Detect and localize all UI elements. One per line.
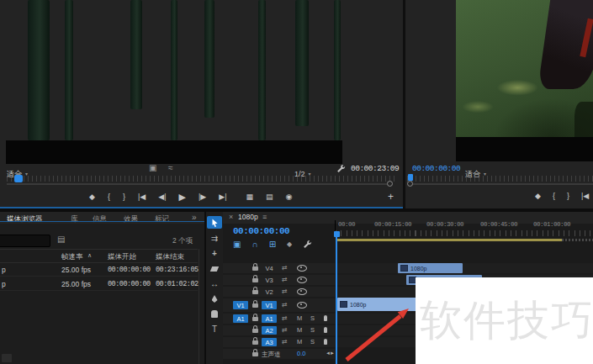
play-icon[interactable]: ▶ [178, 193, 185, 202]
table-row[interactable]: p 25.00 fps 00:00:00:00 00:23:16:05 [0, 262, 198, 277]
panel-corner-icon[interactable] [2, 354, 12, 362]
program-timecode[interactable]: 00:00:00:00 [412, 165, 460, 173]
lock-icon[interactable] [252, 266, 258, 271]
timeline-clip-upper[interactable]: 1080p [398, 263, 463, 273]
track-select-forward-tool[interactable]: ⇉ [207, 232, 222, 245]
tab-effects[interactable]: 效果 [124, 214, 138, 224]
step-forward-icon[interactable]: |▶ [199, 193, 206, 201]
voice-over-mic-icon[interactable] [324, 327, 327, 333]
tab-info[interactable]: 信息 [93, 214, 107, 224]
table-row[interactable]: p 25.00 fps 00:00:00:00 00:01:02:02 [0, 277, 198, 291]
lock-icon[interactable] [252, 329, 258, 333]
add-button-icon[interactable]: + [388, 192, 394, 202]
solo-button[interactable]: S [310, 327, 315, 334]
list-view-icon[interactable]: ▤ [57, 235, 65, 244]
program-scrollbar-handle-icon[interactable] [407, 181, 413, 187]
sync-lock-icon[interactable]: ⇄ [282, 327, 288, 334]
add-marker-icon[interactable]: ◆ [287, 241, 292, 248]
column-frame-rate[interactable]: 帧速率 [61, 252, 83, 262]
track-content-row[interactable] [335, 263, 593, 273]
sync-lock-icon[interactable]: ⇄ [282, 277, 288, 283]
add-marker-icon[interactable]: ◆ [535, 193, 541, 200]
source-video-preview[interactable] [6, 0, 342, 140]
work-area-bar[interactable] [336, 239, 562, 241]
razor-tool[interactable] [207, 262, 222, 275]
track-label-v3[interactable]: V3 [262, 276, 277, 284]
program-video-preview[interactable] [456, 0, 593, 137]
source-scrollbar-handle-icon[interactable] [387, 181, 393, 187]
overwrite-icon[interactable]: ▤ [266, 193, 273, 201]
mark-in-icon[interactable]: { [108, 193, 110, 201]
selection-tool[interactable] [207, 216, 222, 229]
track-label-a2[interactable]: A2 [262, 326, 277, 335]
track-label-v1[interactable]: V1 [262, 301, 277, 309]
tab-markers[interactable]: 标记 [155, 214, 169, 224]
pan-keyframe-icon[interactable]: ◄► [326, 351, 334, 356]
timeline-tab-label[interactable]: 1080p [238, 214, 258, 221]
sync-lock-icon[interactable]: ⇄ [282, 288, 288, 295]
source-patch-v1[interactable]: V1 [233, 301, 248, 309]
sync-lock-icon[interactable]: ⇄ [282, 339, 288, 346]
voice-over-mic-icon[interactable] [324, 315, 327, 321]
track-label-a1[interactable]: A1 [262, 314, 277, 323]
lock-icon[interactable] [252, 303, 258, 308]
column-media-start[interactable]: 媒体开始 [108, 252, 136, 262]
insert-icon[interactable]: ▦ [246, 193, 253, 201]
go-to-out-icon[interactable]: ▶| [219, 193, 226, 201]
sync-lock-icon[interactable]: ⇄ [282, 302, 288, 309]
source-timecode[interactable]: 00:00:23:09 [351, 165, 399, 173]
voice-over-mic-icon[interactable] [324, 339, 327, 345]
drag-video-icon[interactable]: ▣ [149, 164, 156, 172]
sync-lock-icon[interactable]: ⇄ [282, 315, 288, 322]
track-visibility-eye-icon[interactable] [297, 288, 307, 295]
track-visibility-eye-icon[interactable] [297, 277, 307, 283]
nest-insert-icon[interactable]: ▣ [233, 240, 241, 249]
close-icon[interactable]: × [229, 214, 233, 221]
mute-button[interactable]: M [297, 327, 302, 334]
step-back-icon[interactable]: ◀| [158, 193, 166, 201]
sort-ascending-icon[interactable]: ∧ [87, 252, 92, 258]
track-label-v4[interactable]: V4 [262, 264, 277, 272]
export-frame-icon[interactable]: ◉ [286, 193, 293, 201]
add-marker-icon[interactable]: ◆ [89, 193, 95, 201]
project-scrollbar[interactable] [199, 249, 199, 364]
go-to-in-icon[interactable]: |◀ [581, 193, 589, 200]
track-visibility-eye-icon[interactable] [297, 265, 307, 272]
solo-button[interactable]: S [310, 315, 315, 322]
lock-icon[interactable] [252, 317, 258, 321]
sync-lock-icon[interactable]: ⇄ [282, 265, 288, 272]
tab-libraries[interactable]: 库 [71, 214, 78, 224]
program-playhead-handle[interactable] [408, 174, 413, 181]
source-playhead-handle[interactable] [14, 175, 23, 182]
mute-button[interactable]: M [297, 315, 302, 322]
mark-in-icon[interactable]: { [553, 193, 555, 200]
pen-tool[interactable] [207, 293, 222, 305]
track-label-a3[interactable]: A3 [262, 338, 277, 346]
program-zoom-scrollbar[interactable] [412, 183, 593, 185]
lock-icon[interactable] [252, 352, 258, 356]
track-label-v2[interactable]: V2 [262, 288, 277, 296]
track-visibility-eye-icon[interactable] [297, 302, 307, 309]
lock-icon[interactable] [252, 340, 258, 345]
mute-button[interactable]: M [297, 339, 302, 346]
snap-magnet-icon[interactable]: ∩ [251, 240, 257, 249]
monitor-divider[interactable] [403, 0, 405, 209]
slip-tool[interactable]: ↔ [207, 277, 222, 290]
timeline-settings-wrench-icon[interactable] [303, 240, 312, 249]
timeline-ruler[interactable]: 00:00 00:00:15:00 00:00:30:00 00:00:45:0… [335, 220, 593, 236]
settings-wrench-icon[interactable] [336, 164, 346, 173]
solo-button[interactable]: S [310, 339, 315, 346]
timeline-timecode[interactable]: 00:00:00:00 [233, 226, 289, 236]
mark-out-icon[interactable]: } [123, 193, 125, 201]
lock-icon[interactable] [252, 290, 258, 294]
type-tool[interactable]: T [207, 323, 222, 335]
source-patch-a1[interactable]: A1 [233, 314, 248, 323]
lock-icon[interactable] [252, 278, 258, 282]
linked-selection-icon[interactable]: ⊞ [269, 240, 276, 249]
program-time-ruler[interactable] [407, 176, 593, 182]
master-level-value[interactable]: 0.0 [297, 351, 305, 357]
go-to-in-icon[interactable]: |◀ [138, 193, 146, 201]
search-input[interactable] [0, 235, 50, 247]
tab-media-browser[interactable]: 媒体浏览器 [7, 214, 43, 224]
mark-out-icon[interactable]: } [567, 193, 569, 200]
